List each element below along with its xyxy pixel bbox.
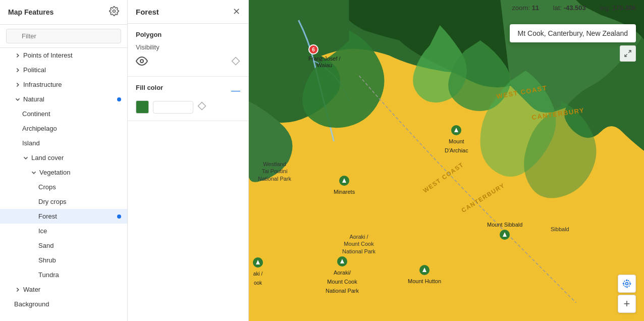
close-icon[interactable]: ✕ bbox=[233, 6, 240, 17]
sidebar-item-label: Political bbox=[23, 66, 46, 74]
location-button[interactable] bbox=[618, 275, 636, 293]
visibility-diamond-icon[interactable] bbox=[231, 57, 240, 68]
sidebar-item-label: Points of Interest bbox=[23, 51, 73, 59]
color-swatch[interactable] bbox=[136, 100, 149, 114]
sidebar-item-label: Forest bbox=[38, 212, 57, 220]
sidebar-item-water[interactable]: Water bbox=[0, 282, 127, 297]
natural-dot bbox=[117, 97, 121, 101]
mount-hutton-place: Mount Hutton bbox=[408, 265, 441, 285]
zoom-in-button[interactable]: + bbox=[618, 295, 636, 313]
map-area[interactable]: zoom: 11 lat: -43.503 lng: 170.306 Mt Co… bbox=[249, 0, 644, 321]
left-park-place: aki /ook bbox=[253, 257, 263, 287]
map-controls: + bbox=[618, 275, 636, 313]
sidebar-item-label: Background bbox=[14, 300, 49, 308]
fill-color-section: Fill color — 146735 bbox=[128, 77, 248, 121]
svg-line-6 bbox=[625, 54, 627, 57]
sidebar-item-political[interactable]: Political bbox=[0, 63, 127, 77]
sidebar-header: Map Features bbox=[0, 0, 127, 25]
sidebar-item-label: Land cover bbox=[31, 154, 64, 162]
sidebar-item-label: Natural bbox=[23, 95, 44, 103]
sidebar-item-label: Dry crops bbox=[38, 198, 67, 205]
sidebar-item-label: Sand bbox=[38, 242, 53, 249]
color-diamond-icon[interactable] bbox=[197, 101, 206, 113]
sidebar-item-ice[interactable]: Ice bbox=[0, 224, 127, 238]
visibility-label: Visibility bbox=[136, 43, 240, 51]
svg-point-7 bbox=[626, 283, 628, 285]
visibility-row bbox=[136, 55, 240, 69]
svg-point-1 bbox=[140, 60, 143, 63]
expand-button[interactable] bbox=[620, 45, 636, 62]
sidebar-item-label: Infrastructure bbox=[23, 81, 62, 88]
red-marker: 6 bbox=[308, 44, 318, 55]
sidebar-item-label: Water bbox=[23, 286, 40, 293]
sidebar-item-label: Archipelago bbox=[22, 125, 57, 132]
sidebar-item-label: Vegetation bbox=[39, 169, 70, 176]
svg-point-0 bbox=[113, 10, 116, 13]
mount-sibbald-place: Mount Sibbald bbox=[487, 220, 522, 240]
svg-marker-3 bbox=[198, 102, 206, 110]
svg-marker-2 bbox=[232, 58, 240, 65]
settings-icon[interactable] bbox=[109, 6, 119, 18]
polygon-label: Polygon bbox=[136, 31, 240, 38]
sidebar-item-label: Shrub bbox=[38, 256, 56, 264]
sidebar-item-forest[interactable]: Forest bbox=[0, 209, 127, 224]
mount-darchiac-place: MountD'Archiac bbox=[445, 125, 468, 154]
sidebar-item-island[interactable]: Island bbox=[0, 136, 127, 150]
forest-panel: Forest ✕ Polygon Visibility Fill color — bbox=[128, 0, 249, 321]
color-hex-input[interactable]: 146735 bbox=[153, 101, 193, 114]
sidebar-item-label: Ice bbox=[38, 227, 47, 235]
eye-icon[interactable] bbox=[136, 55, 148, 69]
polygon-section: Polygon Visibility bbox=[128, 24, 248, 77]
aoraki-place: Aoraki/Mount CookNational Park bbox=[326, 256, 359, 295]
sidebar-item-sand[interactable]: Sand bbox=[0, 238, 127, 253]
sidebar-item-label: Crops bbox=[38, 183, 56, 191]
sidebar-item-background[interactable]: Background bbox=[0, 297, 127, 311]
sidebar-item-tundra[interactable]: Tundra bbox=[0, 268, 127, 282]
panel-header: Forest ✕ bbox=[128, 0, 248, 24]
panel-title: Forest bbox=[136, 8, 159, 16]
location-text: Mt Cook, Canterbury, New Zealand bbox=[518, 29, 628, 37]
sidebar-item-archipelago[interactable]: Archipelago bbox=[0, 121, 127, 136]
forest-dot bbox=[117, 215, 121, 219]
sidebar-item-points-of-interest[interactable]: Points of Interest bbox=[0, 48, 127, 63]
filter-input[interactable] bbox=[6, 29, 121, 43]
sidebar-item-label: Island bbox=[22, 139, 40, 147]
sidebar-title: Map Features bbox=[8, 8, 53, 16]
aoraki-text-1: Aoraki /Mount CookNational Park bbox=[342, 233, 375, 255]
sidebar-item-continent[interactable]: Continent bbox=[0, 106, 127, 121]
minus-button[interactable]: — bbox=[231, 86, 240, 95]
sidebar-item-label: Tundra bbox=[38, 271, 59, 279]
westland-place: WestlandTai PoutiniNational Park bbox=[258, 161, 291, 182]
sidebar-item-shrub[interactable]: Shrub bbox=[0, 253, 127, 268]
filter-wrap: ☰ bbox=[0, 25, 127, 48]
sidebar-item-vegetation[interactable]: Vegetation bbox=[0, 165, 127, 180]
sidebar-item-dry-crops[interactable]: Dry crops bbox=[0, 194, 127, 209]
franz-josef-place: 6 Franz Josef /Waiau bbox=[308, 44, 341, 69]
fill-color-label: Fill color bbox=[136, 84, 163, 91]
sidebar-item-natural[interactable]: Natural bbox=[0, 92, 127, 106]
minarets-place: Minarets bbox=[334, 176, 355, 196]
fill-color-row: 146735 bbox=[136, 100, 240, 114]
sidebar-item-crops[interactable]: Crops bbox=[0, 180, 127, 194]
location-tooltip: Mt Cook, Canterbury, New Zealand bbox=[510, 24, 636, 42]
svg-line-5 bbox=[628, 50, 631, 53]
sidebar-item-label: Continent bbox=[22, 110, 50, 118]
sidebar-item-infrastructure[interactable]: Infrastructure bbox=[0, 77, 127, 92]
sidebar: Map Features ☰ Points of Interest Politi… bbox=[0, 0, 128, 321]
sidebar-item-land-cover[interactable]: Land cover bbox=[0, 150, 127, 165]
svg-point-8 bbox=[623, 280, 630, 287]
sibbald-label: Sibbald bbox=[551, 226, 569, 232]
